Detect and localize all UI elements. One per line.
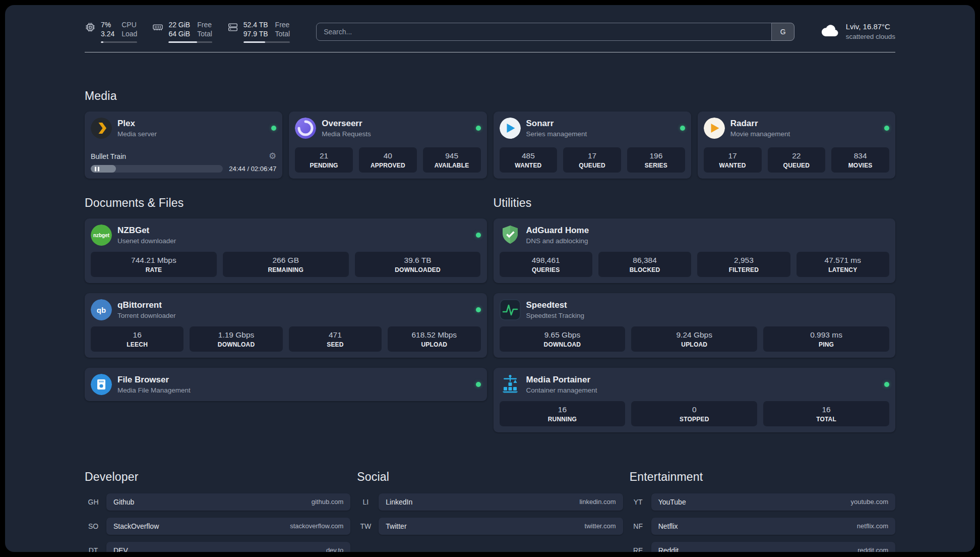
stat-label: REMAINING (225, 266, 347, 273)
topbar-divider (85, 52, 895, 52)
status-dot (476, 382, 481, 387)
stat-box: 498,461QUERIES (500, 252, 592, 277)
section-title-media: Media (85, 89, 895, 103)
service-card-radarr[interactable]: Radarr Movie management 17WANTED22QUEUED… (698, 112, 895, 179)
bookmark-group-social: Social LILinkedInlinkedin.comTWTwittertw… (357, 470, 623, 552)
bookmark-link[interactable]: DEVdev.to (106, 542, 350, 552)
memory-usage-bar (168, 41, 212, 43)
stat-box: 17WANTED (704, 147, 762, 173)
cpu-usage-bar (101, 41, 137, 43)
stat-value: 21 (297, 151, 351, 160)
gear-icon[interactable]: ⚙ (269, 152, 276, 160)
disk-usage-bar (243, 41, 290, 43)
stat-label: WANTED (706, 162, 760, 169)
status-dot (884, 126, 889, 131)
playback-progress-bar[interactable] (91, 165, 223, 173)
stat-label: STOPPED (633, 416, 755, 423)
stat-box: 39.6 TBDOWNLOADED (355, 252, 481, 277)
service-card-filebrowser[interactable]: File Browser Media File Management (85, 368, 487, 401)
status-dot (271, 126, 276, 131)
stat-box: 0.993 msPING (763, 326, 889, 352)
stat-box: 2,953FILTERED (697, 252, 790, 277)
bookmark-name: Reddit (658, 546, 679, 552)
service-description: Media File Management (117, 386, 191, 394)
bookmarks-section: Developer GHGithubgithub.comSOStackOverf… (85, 470, 895, 552)
stat-box: 40APPROVED (359, 147, 417, 173)
service-description: Torrent downloader (117, 312, 176, 319)
section-title-entertainment: Entertainment (630, 470, 895, 484)
stat-box: 16LEECH (91, 326, 183, 352)
cloud-icon (821, 24, 840, 40)
stat-value: 498,461 (502, 256, 590, 265)
stat-label: DOWNLOAD (502, 341, 624, 348)
stat-box: 16RUNNING (500, 401, 626, 426)
search-input[interactable] (316, 23, 794, 41)
sonarr-icon (500, 118, 521, 139)
stats-row: 16RUNNING0STOPPED16TOTAL (500, 401, 890, 426)
status-dot (476, 126, 481, 131)
service-card-nzbget[interactable]: nzbget NZBGet Usenet downloader 744.21 M… (85, 218, 487, 283)
cpu-load-label: Load (121, 29, 137, 38)
pause-icon[interactable] (95, 166, 99, 171)
memory-total-label: Total (197, 29, 212, 38)
service-card-speedtest[interactable]: Speedtest Speedtest Tracking 9.65 GbpsDO… (494, 293, 896, 358)
stat-value: 17 (565, 151, 619, 160)
bookmark-item[interactable]: YTYouTubeyoutube.com (630, 493, 895, 511)
bookmark-abbr: RE (630, 546, 647, 552)
bookmark-name: Github (113, 498, 134, 506)
bookmark-url: stackoverflow.com (290, 522, 343, 530)
service-description: Container management (526, 386, 597, 394)
section-title-developer: Developer (85, 470, 350, 484)
search-provider-button[interactable]: G (771, 23, 794, 41)
service-card-overseerr[interactable]: Overseerr Media Requests 21PENDING40APPR… (289, 112, 486, 179)
stat-value: 16 (93, 330, 181, 340)
service-description: Usenet downloader (117, 237, 176, 245)
bookmark-url: netflix.com (857, 522, 888, 530)
qbittorrent-icon: qb (91, 299, 112, 320)
stat-box: 17QUEUED (563, 147, 621, 173)
bookmark-link[interactable]: LinkedInlinkedin.com (379, 493, 623, 511)
weather-widget: Lviv, 16.87°C scattered clouds (821, 22, 895, 41)
bookmark-abbr: YT (630, 498, 647, 506)
bookmark-item[interactable]: GHGithubgithub.com (85, 493, 350, 511)
bookmark-item[interactable]: DTDEVdev.to (85, 542, 350, 552)
service-card-plex[interactable]: Plex Media server Bullet Train ⚙ (85, 112, 282, 179)
stat-value: 40 (361, 151, 415, 160)
section-media: Media Plex Media server Bullet (85, 89, 895, 179)
service-name: Plex (117, 119, 157, 129)
bookmark-item[interactable]: SOStackOverflowstackoverflow.com (85, 518, 350, 535)
service-name: Speedtest (526, 300, 585, 310)
stat-value: 9.65 Gbps (502, 330, 624, 340)
stat-box: 196SERIES (627, 147, 685, 173)
bookmark-link[interactable]: YouTubeyoutube.com (651, 493, 895, 511)
bookmark-item[interactable]: TWTwittertwitter.com (357, 518, 623, 535)
section-title-utilities: Utilities (494, 196, 896, 210)
stat-value: 22 (770, 151, 824, 160)
stat-label: FILTERED (699, 266, 788, 273)
bookmark-item[interactable]: RERedditreddit.com (630, 542, 895, 552)
weather-condition: scattered clouds (846, 32, 895, 41)
svg-text:qb: qb (97, 305, 106, 314)
cpu-percent: 7% (101, 20, 114, 29)
bookmark-link[interactable]: Redditreddit.com (651, 542, 895, 552)
service-card-portainer[interactable]: Media Portainer Container management 16R… (494, 368, 896, 432)
bookmark-item[interactable]: LILinkedInlinkedin.com (357, 493, 623, 511)
top-bar: 7% 3.24 CPU Load (85, 5, 895, 43)
status-dot (884, 382, 889, 387)
status-dot (476, 307, 481, 312)
service-card-adguard[interactable]: AdGuard Home DNS and adblocking 498,461Q… (494, 218, 896, 283)
stat-label: WANTED (502, 162, 556, 169)
disk-widget: 52.4 TB 97.9 TB Free Total (227, 20, 290, 43)
stats-row: 16LEECH1.19 GbpsDOWNLOAD471SEED618.52 Mb… (91, 326, 481, 352)
dashboard: 7% 3.24 CPU Load (5, 5, 975, 552)
service-card-sonarr[interactable]: Sonarr Series management 485WANTED17QUEU… (494, 112, 691, 179)
bookmark-list: LILinkedInlinkedin.comTWTwittertwitter.c… (357, 493, 623, 535)
service-card-qbittorrent[interactable]: qb qBittorrent Torrent downloader 16LEEC… (85, 293, 487, 358)
bookmark-link[interactable]: Twittertwitter.com (379, 518, 623, 535)
stat-label: QUERIES (502, 266, 590, 273)
bookmark-item[interactable]: NFNetflixnetflix.com (630, 518, 895, 535)
status-dot (680, 126, 685, 131)
bookmark-link[interactable]: StackOverflowstackoverflow.com (106, 518, 350, 535)
bookmark-link[interactable]: Githubgithub.com (106, 493, 350, 511)
bookmark-link[interactable]: Netflixnetflix.com (651, 518, 895, 535)
